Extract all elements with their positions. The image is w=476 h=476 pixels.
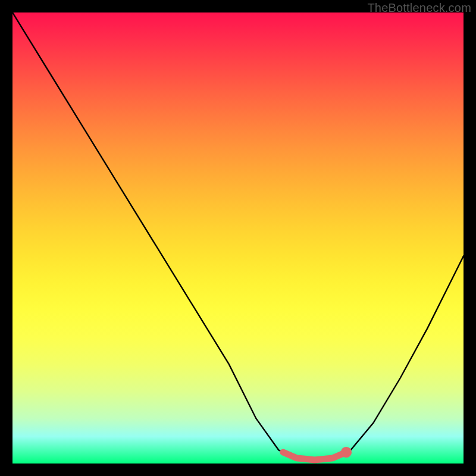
plot-area	[12, 12, 464, 464]
curve-layer	[12, 12, 464, 464]
highlight-end-dot	[341, 447, 352, 458]
watermark-text: TheBottleneck.com	[367, 1, 471, 15]
chart-stage: TheBottleneck.com	[0, 0, 476, 476]
highlight-segment	[283, 452, 346, 460]
main-curve	[12, 12, 464, 461]
